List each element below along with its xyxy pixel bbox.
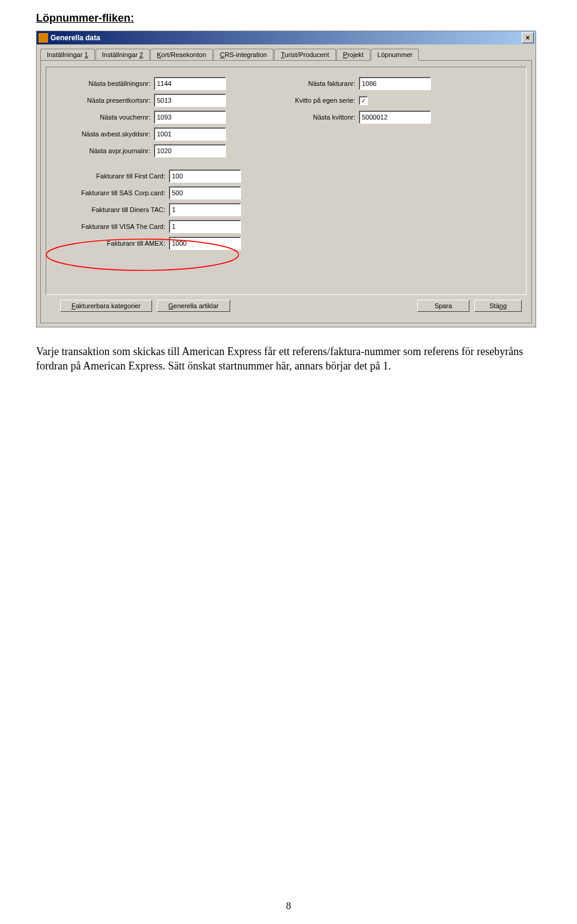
tab-panel: Nästa beställningsnr: Nästa fakturanr: N… [40,60,532,323]
label-nasta-avpr-journalnr: Nästa avpr.journalnr: [57,147,154,154]
label-nasta-fakturanr: Nästa fakturanr: [262,80,359,87]
button-bar: Fakturerbara kategorier Generella artikl… [46,295,527,317]
stang-button[interactable]: Stäng [474,300,522,312]
input-nasta-vouchernr[interactable] [154,111,226,124]
close-button[interactable]: × [522,32,534,43]
tab-kort-resekonton[interactable]: Kort/Resekonton [150,49,213,61]
label-nasta-presentkortsnr: Nästa presentkortsnr: [57,97,154,104]
field-frame: Nästa beställningsnr: Nästa fakturanr: N… [46,67,527,295]
page-number: 8 [0,900,577,912]
input-fakturanr-first-card[interactable] [169,169,241,183]
label-nasta-vouchernr: Nästa vouchernr: [57,114,154,121]
input-nasta-presentkortsnr[interactable] [154,94,226,107]
close-icon: × [525,34,530,42]
label-fakturanr-visa: Fakturanr till VISA The Card: [57,223,169,230]
generella-artiklar-button[interactable]: Generella artiklar [157,300,230,312]
label-nasta-avbest-skyddsnr: Nästa avbest.skyddsnr: [57,130,154,138]
input-nasta-avbest-skyddsnr[interactable] [154,127,226,141]
input-nasta-kvittonr[interactable] [359,111,431,124]
label-nasta-bestallningsnr: Nästa beställningsnr: [57,80,154,87]
dialog-window: Generella data × Inställningar 1 Inställ… [36,31,536,327]
tab-installningar-1[interactable]: Inställningar 1 [40,49,95,61]
input-fakturanr-amex[interactable] [169,237,241,250]
body-paragraph: Varje transaktion som skickas till Ameri… [36,344,535,374]
tab-lopnummer[interactable]: Löpnummer [371,49,420,61]
input-fakturanr-diners[interactable] [169,203,241,216]
page-heading: Löpnummer-fliken: [36,12,541,25]
label-fakturanr-first-card: Fakturanr till First Card: [57,172,169,180]
input-nasta-avpr-journalnr[interactable] [154,144,226,157]
window-title: Generella data [50,34,100,42]
label-fakturanr-amex: Fakturanr till AMEX: [57,240,169,247]
label-nasta-kvittonr: Nästa kvittonr: [262,114,359,121]
tabstrip: Inställningar 1 Inställningar 2 Kort/Res… [37,44,536,60]
label-kvitto-egen-serie: Kvitto på egen serie: [262,97,359,104]
tab-installningar-2[interactable]: Inställningar 2 [96,49,150,61]
titlebar: Generella data × [37,31,536,44]
input-nasta-bestallningsnr[interactable] [154,77,226,90]
input-fakturanr-visa[interactable] [169,220,241,233]
fakturerbara-kategorier-button[interactable]: Fakturerbara kategorier [60,300,152,312]
tab-crs-integration[interactable]: CRS-integration [213,49,273,61]
spara-button[interactable]: Spara [417,300,469,312]
label-fakturanr-diners: Fakturanr till Diners TAC: [57,206,169,213]
input-nasta-fakturanr[interactable] [359,77,431,90]
input-fakturanr-sas[interactable] [169,186,241,199]
tab-turist-producent[interactable]: Turist/Producent [274,49,335,61]
checkbox-kvitto-egen-serie[interactable]: ✓ [359,96,368,105]
tab-projekt[interactable]: Projekt [337,49,370,61]
label-fakturanr-sas: Fakturanr till SAS Corp.card: [57,189,169,196]
app-icon [38,33,48,43]
